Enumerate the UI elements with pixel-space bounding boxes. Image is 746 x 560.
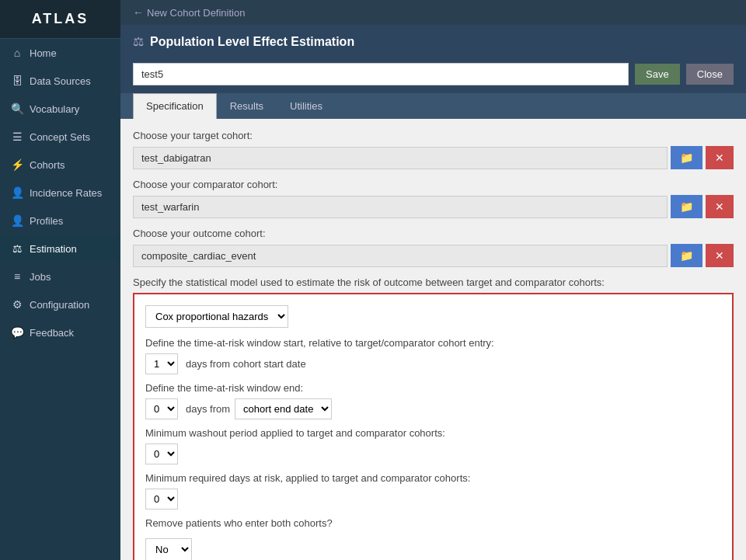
- sidebar-item-estimation[interactable]: ⚖ Estimation: [0, 235, 120, 263]
- database-icon: 🗄: [11, 75, 23, 87]
- page-header: ⚖ Population Level Effect Estimation: [120, 25, 746, 58]
- outcome-remove-button[interactable]: ✕: [706, 244, 734, 267]
- target-label: Choose your target cohort:: [133, 130, 734, 141]
- tab-results[interactable]: Results: [217, 93, 277, 119]
- sidebar-item-jobs[interactable]: ≡ Jobs: [0, 263, 120, 290]
- sidebar-item-incidence-rates[interactable]: 👤 Incidence Rates: [0, 179, 120, 207]
- time-end-from-select[interactable]: cohort end date: [235, 398, 332, 419]
- app-logo: ATLAS: [0, 0, 120, 39]
- sidebar-item-feedback[interactable]: 💬 Feedback: [0, 318, 120, 346]
- model-select[interactable]: Cox proportional hazards: [145, 305, 288, 328]
- page-icon: ⚖: [133, 34, 144, 49]
- sidebar-label-data-sources: Data Sources: [30, 75, 91, 87]
- comparator-folder-button[interactable]: 📁: [671, 195, 702, 218]
- scale-icon: ⚖: [11, 242, 23, 255]
- tab-utilities[interactable]: Utilities: [277, 93, 336, 119]
- sidebar-label-jobs: Jobs: [30, 271, 51, 283]
- back-button[interactable]: ← New Cohort Definition: [133, 6, 245, 19]
- tab-specification[interactable]: Specification: [133, 93, 217, 119]
- comparator-label: Choose your comparator cohort:: [133, 179, 734, 190]
- sidebar-label-concept-sets: Concept Sets: [30, 131, 90, 143]
- time-end-days-select[interactable]: 0: [145, 398, 178, 419]
- sidebar-item-data-sources[interactable]: 🗄 Data Sources: [0, 67, 120, 95]
- min-days-label: Minimum required days at risk, applied t…: [145, 472, 721, 484]
- target-cohort-row: 📁 ✕: [133, 146, 734, 169]
- comparator-cohort-input[interactable]: [133, 196, 668, 218]
- time-end-label: Define the time-at-risk window end:: [145, 382, 721, 394]
- target-remove-button[interactable]: ✕: [706, 146, 734, 169]
- profile-icon: 👤: [11, 214, 23, 227]
- back-arrow-icon: ←: [133, 6, 144, 19]
- sidebar-label-home: Home: [30, 47, 57, 59]
- comparator-cohort-row: 📁 ✕: [133, 195, 734, 218]
- time-end-from-text: days from: [186, 403, 230, 415]
- save-button[interactable]: Save: [635, 64, 680, 85]
- person-icon: 👤: [11, 186, 23, 199]
- washout-label: Minimum washout period applied to target…: [145, 427, 721, 439]
- sidebar-item-cohorts[interactable]: ⚡ Cohorts: [0, 151, 120, 179]
- sidebar-item-profiles[interactable]: 👤 Profiles: [0, 207, 120, 235]
- outcome-cohort-row: 📁 ✕: [133, 244, 734, 267]
- home-icon: ⌂: [11, 47, 23, 59]
- outcome-cohort-input[interactable]: [133, 245, 668, 267]
- time-start-label: Define the time-at-risk window start, re…: [145, 337, 721, 349]
- jobs-icon: ≡: [11, 270, 23, 283]
- model-select-row: Cox proportional hazards: [145, 305, 721, 328]
- sidebar-label-feedback: Feedback: [30, 327, 74, 339]
- name-row: Save Close: [120, 58, 746, 93]
- model-description-label: Specify the statistical model used to es…: [133, 277, 734, 288]
- lightning-icon: ⚡: [11, 158, 23, 171]
- content-area: Choose your target cohort: 📁 ✕ Choose yo…: [120, 119, 746, 560]
- sidebar-item-vocabulary[interactable]: 🔍 Vocabulary: [0, 95, 120, 123]
- outcome-label: Choose your outcome cohort:: [133, 228, 734, 239]
- sidebar-label-estimation: Estimation: [30, 243, 77, 255]
- time-start-days-select[interactable]: 1: [145, 353, 178, 374]
- page-title-row: ⚖ Population Level Effect Estimation: [133, 34, 354, 49]
- sidebar-label-cohorts: Cohorts: [30, 159, 65, 171]
- name-input[interactable]: [133, 63, 629, 85]
- time-end-row: 0 days from cohort end date: [145, 398, 721, 419]
- outcome-folder-button[interactable]: 📁: [671, 244, 702, 267]
- topbar: ← New Cohort Definition: [120, 0, 746, 25]
- remove-both-select[interactable]: No Yes: [145, 538, 192, 560]
- sidebar-label-configuration: Configuration: [30, 299, 89, 311]
- comparator-remove-button[interactable]: ✕: [706, 195, 734, 218]
- time-start-days-text: days from cohort start date: [186, 358, 306, 370]
- back-label: New Cohort Definition: [147, 7, 245, 19]
- gear-icon: ⚙: [11, 298, 23, 311]
- list-icon: ☰: [11, 130, 23, 143]
- min-days-row: 0: [145, 489, 721, 510]
- sidebar-item-home[interactable]: ⌂ Home: [0, 39, 120, 67]
- model-box: Cox proportional hazards Define the time…: [133, 293, 734, 560]
- target-folder-button[interactable]: 📁: [671, 146, 702, 169]
- chat-icon: 💬: [11, 326, 23, 339]
- min-days-select[interactable]: 0: [145, 489, 178, 510]
- search-icon: 🔍: [11, 103, 23, 115]
- close-button[interactable]: Close: [686, 64, 734, 85]
- target-cohort-input[interactable]: [133, 147, 668, 169]
- washout-select[interactable]: 0: [145, 443, 178, 464]
- sidebar: ATLAS ⌂ Home 🗄 Data Sources 🔍 Vocabulary…: [0, 0, 120, 560]
- time-start-row: 1 days from cohort start date: [145, 353, 721, 374]
- tabs-bar: Specification Results Utilities: [120, 93, 746, 119]
- washout-row: 0: [145, 443, 721, 464]
- remove-both-label: Remove patients who enter both cohorts?: [145, 517, 721, 529]
- sidebar-item-configuration[interactable]: ⚙ Configuration: [0, 290, 120, 318]
- page-title: Population Level Effect Estimation: [150, 35, 354, 49]
- main-panel: ← New Cohort Definition ⚖ Population Lev…: [120, 0, 746, 560]
- sidebar-label-profiles: Profiles: [30, 215, 63, 227]
- sidebar-label-vocabulary: Vocabulary: [30, 103, 79, 115]
- sidebar-item-concept-sets[interactable]: ☰ Concept Sets: [0, 123, 120, 151]
- sidebar-label-incidence-rates: Incidence Rates: [30, 187, 102, 199]
